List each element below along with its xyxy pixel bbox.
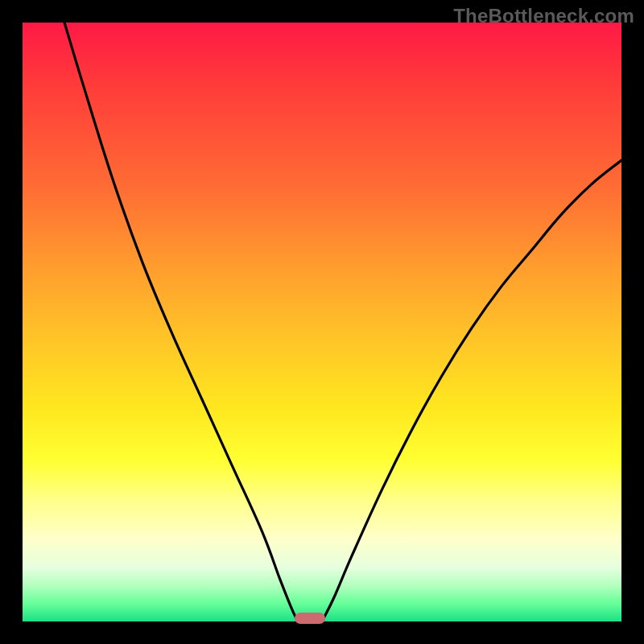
plot-area (23, 23, 621, 621)
chart-frame: TheBottleneck.com (0, 0, 644, 644)
bottleneck-marker (295, 613, 325, 624)
curve-right (322, 160, 621, 621)
curve-left (64, 23, 298, 621)
curves-svg (23, 23, 621, 621)
